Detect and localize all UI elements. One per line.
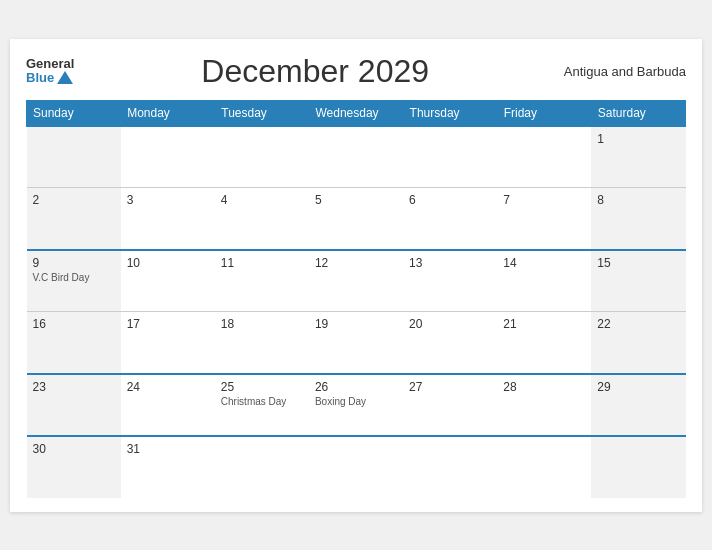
calendar-cell: 27 — [403, 374, 497, 436]
header-tuesday: Tuesday — [215, 100, 309, 126]
calendar-cell: 7 — [497, 188, 591, 250]
calendar-header: General Blue December 2029 Antigua and B… — [26, 53, 686, 90]
day-number: 31 — [127, 442, 209, 456]
day-number: 11 — [221, 256, 303, 270]
calendar-cell: 16 — [27, 312, 121, 374]
calendar-cell: 28 — [497, 374, 591, 436]
day-number: 29 — [597, 380, 679, 394]
day-number: 15 — [597, 256, 679, 270]
calendar-cell — [215, 436, 309, 498]
header-sunday: Sunday — [27, 100, 121, 126]
calendar-cell — [497, 436, 591, 498]
day-number: 28 — [503, 380, 585, 394]
calendar-cell: 15 — [591, 250, 685, 312]
calendar-cell: 5 — [309, 188, 403, 250]
calendar-cell: 9V.C Bird Day — [27, 250, 121, 312]
calendar-cell: 18 — [215, 312, 309, 374]
holiday-label: Christmas Day — [221, 396, 303, 407]
day-number: 6 — [409, 193, 491, 207]
day-number: 10 — [127, 256, 209, 270]
calendar-week-row: 16171819202122 — [27, 312, 686, 374]
calendar-cell — [121, 126, 215, 188]
day-number: 8 — [597, 193, 679, 207]
day-number: 14 — [503, 256, 585, 270]
calendar-cell: 4 — [215, 188, 309, 250]
day-number: 13 — [409, 256, 491, 270]
header-thursday: Thursday — [403, 100, 497, 126]
calendar-cell: 6 — [403, 188, 497, 250]
calendar-week-row: 232425Christmas Day26Boxing Day272829 — [27, 374, 686, 436]
calendar-cell: 1 — [591, 126, 685, 188]
calendar-cell: 21 — [497, 312, 591, 374]
calendar-cell: 12 — [309, 250, 403, 312]
day-number: 25 — [221, 380, 303, 394]
header-friday: Friday — [497, 100, 591, 126]
day-number: 27 — [409, 380, 491, 394]
day-number: 5 — [315, 193, 397, 207]
calendar-cell — [591, 436, 685, 498]
calendar-cell — [497, 126, 591, 188]
calendar-cell — [403, 126, 497, 188]
calendar-cell — [403, 436, 497, 498]
calendar-cell: 26Boxing Day — [309, 374, 403, 436]
calendar-cell: 31 — [121, 436, 215, 498]
calendar-cell — [309, 436, 403, 498]
calendar-table: Sunday Monday Tuesday Wednesday Thursday… — [26, 100, 686, 498]
country-name: Antigua and Barbuda — [556, 64, 686, 79]
calendar-cell: 2 — [27, 188, 121, 250]
calendar-week-row: 3031 — [27, 436, 686, 498]
calendar-cell: 3 — [121, 188, 215, 250]
weekday-header-row: Sunday Monday Tuesday Wednesday Thursday… — [27, 100, 686, 126]
calendar-cell: 14 — [497, 250, 591, 312]
calendar-cell: 29 — [591, 374, 685, 436]
logo-general-text: General — [26, 57, 74, 71]
calendar-cell: 19 — [309, 312, 403, 374]
calendar-cell: 13 — [403, 250, 497, 312]
calendar-cell: 10 — [121, 250, 215, 312]
logo-blue-text: Blue — [26, 71, 74, 85]
day-number: 20 — [409, 317, 491, 331]
day-number: 17 — [127, 317, 209, 331]
header-wednesday: Wednesday — [309, 100, 403, 126]
month-title: December 2029 — [74, 53, 556, 90]
holiday-label: V.C Bird Day — [33, 272, 115, 283]
day-number: 19 — [315, 317, 397, 331]
calendar-week-row: 9V.C Bird Day101112131415 — [27, 250, 686, 312]
day-number: 18 — [221, 317, 303, 331]
day-number: 23 — [33, 380, 115, 394]
day-number: 1 — [597, 132, 679, 146]
header-monday: Monday — [121, 100, 215, 126]
calendar-cell: 30 — [27, 436, 121, 498]
calendar-cell: 11 — [215, 250, 309, 312]
calendar-cell: 24 — [121, 374, 215, 436]
header-saturday: Saturday — [591, 100, 685, 126]
calendar-cell: 20 — [403, 312, 497, 374]
day-number: 7 — [503, 193, 585, 207]
day-number: 9 — [33, 256, 115, 270]
day-number: 30 — [33, 442, 115, 456]
holiday-label: Boxing Day — [315, 396, 397, 407]
day-number: 21 — [503, 317, 585, 331]
calendar-cell: 25Christmas Day — [215, 374, 309, 436]
day-number: 2 — [33, 193, 115, 207]
calendar-week-row: 1 — [27, 126, 686, 188]
calendar-week-row: 2345678 — [27, 188, 686, 250]
calendar-cell: 17 — [121, 312, 215, 374]
day-number: 3 — [127, 193, 209, 207]
logo: General Blue — [26, 57, 74, 86]
calendar-wrapper: General Blue December 2029 Antigua and B… — [10, 39, 702, 512]
day-number: 4 — [221, 193, 303, 207]
calendar-cell — [215, 126, 309, 188]
calendar-cell — [309, 126, 403, 188]
calendar-cell — [27, 126, 121, 188]
day-number: 16 — [33, 317, 115, 331]
calendar-cell: 22 — [591, 312, 685, 374]
day-number: 22 — [597, 317, 679, 331]
calendar-cell: 23 — [27, 374, 121, 436]
day-number: 26 — [315, 380, 397, 394]
logo-triangle-icon — [57, 71, 73, 84]
calendar-cell: 8 — [591, 188, 685, 250]
day-number: 24 — [127, 380, 209, 394]
day-number: 12 — [315, 256, 397, 270]
